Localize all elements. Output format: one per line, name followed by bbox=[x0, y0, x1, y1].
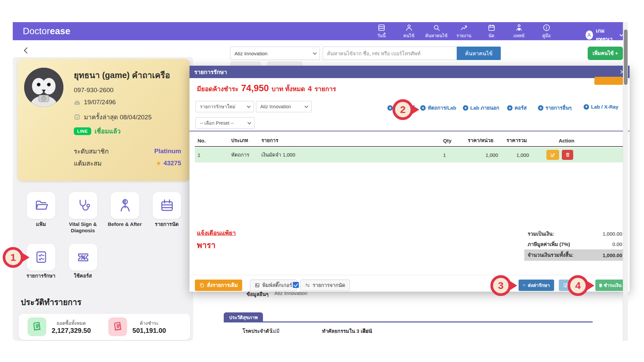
checklist-icon bbox=[34, 250, 49, 264]
preset-select[interactable]: -- เลือก Preset -- bbox=[196, 117, 255, 129]
disease-value: ไม่มี bbox=[270, 327, 279, 335]
nav-label: แพทย์ bbox=[513, 32, 524, 39]
nav-today[interactable]: วันนี้ bbox=[368, 23, 395, 39]
tile-vital-sign[interactable] bbox=[69, 192, 97, 219]
user-menu[interactable]: เกม ยุทธนา bbox=[586, 26, 623, 43]
tile-label-appointments: รายการนัด bbox=[145, 221, 189, 228]
brand-logo[interactable]: Doctorease bbox=[23, 26, 70, 37]
history-title: ประวัติทำรายการ bbox=[21, 296, 82, 309]
line-status: เชื่อมแล้ว bbox=[95, 126, 121, 136]
stat-total-purchase: ยอดซื้อทั้งหมด 2,127,329.50 bbox=[28, 317, 91, 336]
plus-circle-icon bbox=[387, 105, 393, 111]
user-avatar bbox=[586, 31, 593, 40]
nav-appointments[interactable]: นัด bbox=[478, 23, 505, 39]
folder-icon bbox=[34, 198, 49, 213]
send-charge-button[interactable]: ส่งค่ารักษา bbox=[519, 280, 554, 291]
modal-title: รายการรักษา bbox=[194, 67, 227, 76]
receipt-green-icon bbox=[28, 317, 46, 336]
tile-before-after[interactable] bbox=[111, 192, 139, 219]
notify-checkbox[interactable] bbox=[293, 282, 299, 288]
tab-health-history[interactable]: ประวัติสุขภาพ bbox=[224, 312, 263, 322]
add-patient-button[interactable]: เพิ่มคนไข้ + bbox=[588, 47, 623, 60]
scrollbar-thumb[interactable] bbox=[624, 29, 628, 85]
tile-files[interactable] bbox=[27, 192, 55, 219]
nav-label: นัด bbox=[488, 32, 494, 39]
nav-label: ค้นหาคนไข้ bbox=[425, 32, 447, 39]
calendar-grid-icon bbox=[160, 198, 174, 213]
outstanding-balance-line: มียอดค้างชำระ 74,950 บาท ทั้งหมด 4 รายกา… bbox=[197, 83, 336, 94]
chevron-down-icon bbox=[313, 51, 317, 55]
add-external-lab-link[interactable]: Lab ภายนอก bbox=[463, 104, 499, 112]
tile-label-before-after: Before & After bbox=[103, 221, 147, 228]
add-other-items-link[interactable]: รายการอื่นๆ bbox=[538, 104, 572, 112]
balance-suffix: รายการ bbox=[315, 84, 336, 94]
annotation-marker-1: 1 bbox=[3, 247, 23, 268]
patient-last-visit: มาครั้งล่าสุด 08/04/2025 bbox=[84, 112, 152, 122]
delete-row-button[interactable] bbox=[562, 150, 573, 160]
nav-search-patient[interactable]: ค้นหาคนไข้ bbox=[423, 23, 450, 39]
patient-last-visit-row: มาครั้งล่าสุด 08/04/2025 bbox=[74, 112, 152, 122]
vat-row: ภาษีมูลค่าเพิ่ม (7%) 0.00 bbox=[524, 239, 626, 249]
col-action: Action bbox=[546, 138, 587, 143]
search-input[interactable] bbox=[323, 47, 457, 60]
person-icon bbox=[405, 23, 413, 32]
nav-doctors[interactable]: แพทย์ bbox=[505, 23, 533, 39]
preset-value: -- เลือก Preset -- bbox=[200, 119, 234, 127]
trash-icon bbox=[565, 152, 571, 158]
reorder-button[interactable]: สั่งรายการเดิม bbox=[195, 280, 242, 291]
treatment-type-value: รายการรักษาใหม่ bbox=[200, 103, 235, 110]
annotation-number: 2 bbox=[400, 104, 406, 115]
brand-part2: ease bbox=[50, 26, 70, 36]
pay-button[interactable]: ฿ ชำระเงิน bbox=[595, 280, 625, 291]
clinic-select-value: Atiz Innovation bbox=[234, 51, 267, 56]
star-icon: ★ bbox=[156, 160, 161, 167]
patient-avatar[interactable] bbox=[24, 68, 63, 107]
row-total-price: 1,000 bbox=[516, 152, 529, 158]
edit-pencil-icon bbox=[550, 152, 556, 158]
member-level-row: ระดับสมาชิก Platinum bbox=[74, 146, 181, 156]
search-patient-button[interactable]: ค้นหาคนไข้ bbox=[457, 47, 501, 60]
row-item: เงินมัดจำ 1,000 bbox=[261, 151, 295, 159]
modal-clinic-select[interactable]: Atiz Innovation bbox=[256, 101, 312, 112]
doctor-icon bbox=[515, 23, 523, 32]
chevron-down-icon bbox=[305, 104, 308, 108]
annotation-marker-2: 2 bbox=[392, 99, 413, 120]
back-chevron-icon[interactable] bbox=[24, 47, 30, 53]
nav-reports[interactable]: รายงาน bbox=[450, 23, 478, 39]
tile-appointments[interactable] bbox=[153, 192, 181, 219]
balance-prefix: มียอดค้างชำระ bbox=[197, 84, 238, 94]
edit-row-button[interactable] bbox=[546, 150, 559, 160]
col-type: ประเภท bbox=[231, 136, 248, 144]
main-nav: วันนี้ คนไข้ ค้นหาคนไข้ รายงาน นัด แพทย์ bbox=[368, 23, 560, 39]
points-value: 43275 bbox=[163, 160, 181, 167]
chevron-down-icon bbox=[248, 121, 251, 124]
add-lab-xray-link[interactable]: Lab / X-Ray bbox=[584, 104, 619, 110]
tile-treatment-items[interactable] bbox=[27, 244, 55, 270]
partial-orange-button bbox=[594, 77, 623, 85]
row-no: 1 bbox=[198, 152, 200, 158]
grand-total-value: 1,000.00 bbox=[603, 252, 622, 258]
reorder-label: สั่งรายการเดิม bbox=[207, 281, 238, 289]
page-scrollbar[interactable] bbox=[623, 22, 628, 341]
treatment-type-select[interactable]: รายการรักษาใหม่ bbox=[196, 101, 254, 112]
clinic-select[interactable]: Atiz Innovation bbox=[230, 47, 320, 60]
add-link-label: Lab ภายนอก bbox=[470, 104, 499, 112]
add-link-label: คอร์ส bbox=[515, 104, 527, 112]
subtotal-value: 1,000.00 bbox=[603, 231, 622, 237]
add-course-link[interactable]: คอร์ส bbox=[507, 104, 527, 112]
items-from-appointment-button[interactable]: รายการจากนัด bbox=[300, 280, 350, 291]
tile-label-treatment-items: รายการรักษา bbox=[19, 273, 63, 279]
points-value-wrap: ★43275 bbox=[156, 158, 181, 168]
table-row[interactable]: 1 หัตถการ เงินมัดจำ 1,000 1 1,000 1,000 bbox=[195, 147, 624, 162]
allergy-value: พารา bbox=[197, 239, 216, 252]
nav-manual[interactable]: คู่มือ bbox=[533, 23, 560, 39]
tile-label-files: แฟ้ม bbox=[19, 221, 63, 228]
add-procedure-lab-link[interactable]: หัตถการ/Lab bbox=[420, 104, 456, 112]
print-sticker-button[interactable]: พิมพ์สติ๊กเกอร์ bbox=[250, 280, 297, 291]
totals-panel: รวมเป็นเงิน: 1,000.00 ภาษีมูลค่าเพิ่ม (7… bbox=[524, 229, 626, 261]
tile-use-course[interactable] bbox=[69, 244, 97, 270]
nav-patients[interactable]: คนไข้ bbox=[395, 23, 423, 39]
pay-label: ฿ ชำระเงิน bbox=[599, 282, 622, 289]
from-appointment-label: รายการจากนัด bbox=[313, 281, 345, 289]
allergy-alert-link[interactable]: แจ้งเตือนแพ้ยา bbox=[197, 228, 236, 238]
